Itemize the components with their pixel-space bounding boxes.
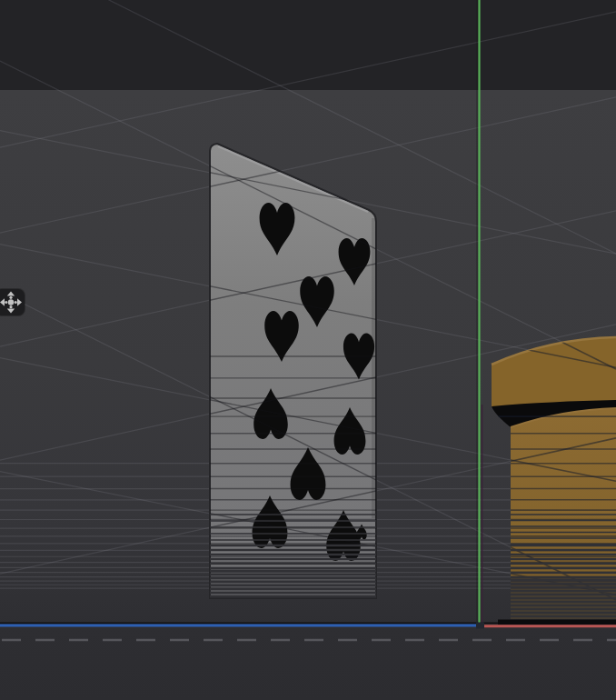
- axis-origin-junction: [476, 623, 484, 629]
- viewport-horizon-band: [0, 0, 616, 90]
- viewport-3d[interactable]: [0, 0, 616, 700]
- pipe-ground-shadow: [498, 620, 616, 625]
- pan-view-button[interactable]: [0, 289, 25, 315]
- card-grid-dissolve: [204, 515, 382, 596]
- scene-canvas[interactable]: [0, 0, 616, 700]
- move-icon: [0, 289, 25, 315]
